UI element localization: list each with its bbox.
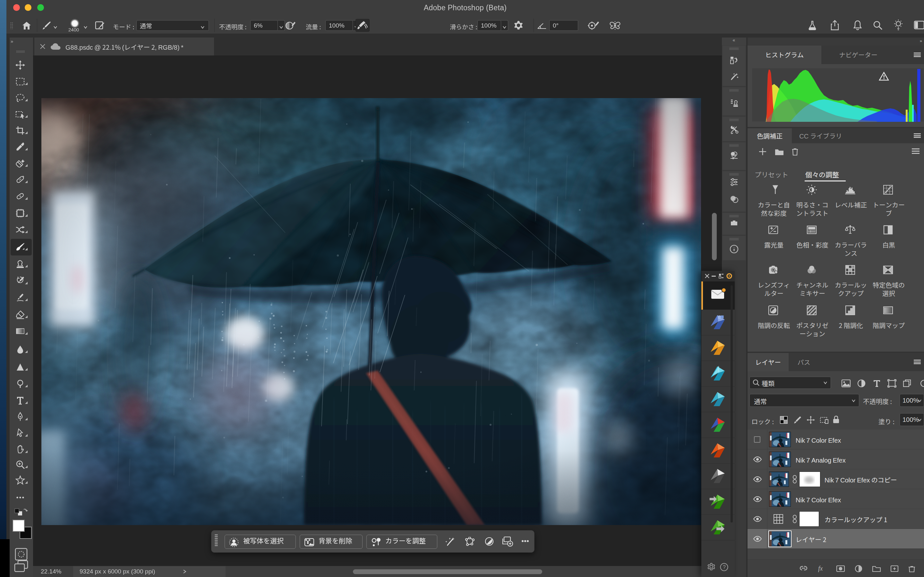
svg-text:fx: fx (818, 565, 823, 572)
svg-text:?: ? (723, 564, 726, 570)
